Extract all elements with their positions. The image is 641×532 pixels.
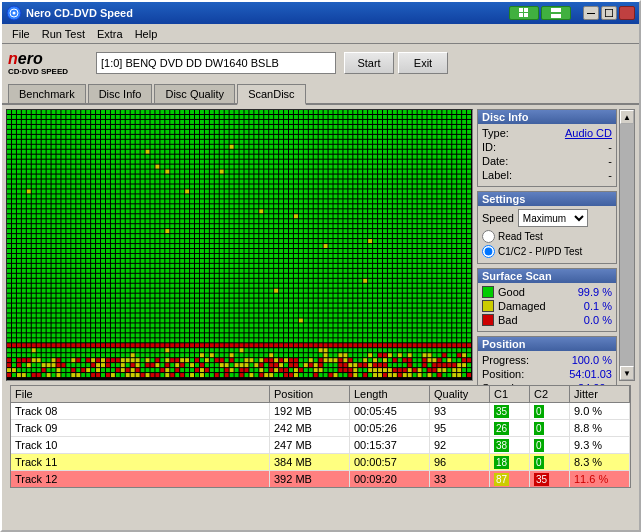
maximize-btn[interactable] bbox=[601, 6, 617, 20]
scroll-down-arrow[interactable]: ▼ bbox=[620, 366, 634, 380]
cell-c1: 38 bbox=[490, 437, 530, 453]
disc-id-label: ID: bbox=[482, 141, 496, 153]
settings-title: Settings bbox=[478, 192, 616, 206]
cell-length: 00:00:57 bbox=[350, 454, 430, 470]
cell-file: Track 11 bbox=[11, 454, 270, 470]
progress-label: Progress: bbox=[482, 354, 529, 366]
layout-btn[interactable] bbox=[541, 6, 571, 20]
damaged-pct: 0.1 % bbox=[584, 300, 612, 312]
scroll-track[interactable] bbox=[620, 124, 634, 366]
col-quality: Quality bbox=[430, 386, 490, 402]
scroll-up-arrow[interactable]: ▲ bbox=[620, 110, 634, 124]
disc-date-label: Date: bbox=[482, 155, 508, 167]
cell-position: 192 MB bbox=[270, 403, 350, 419]
start-button[interactable]: Start bbox=[344, 52, 394, 74]
cell-position: 384 MB bbox=[270, 454, 350, 470]
damaged-label: Damaged bbox=[498, 300, 546, 312]
tab-discinfo[interactable]: Disc Info bbox=[88, 84, 153, 103]
progress-value: 100.0 % bbox=[572, 354, 612, 366]
disc-label-row: Label: - bbox=[482, 169, 612, 181]
disc-type-row: Type: Audio CD bbox=[482, 127, 612, 139]
cell-file: Track 09 bbox=[11, 420, 270, 436]
exit-button[interactable]: Exit bbox=[398, 52, 448, 74]
speed-select[interactable]: Maximum bbox=[518, 209, 588, 227]
menu-runtest[interactable]: Run Test bbox=[36, 26, 91, 42]
col-jitter: Jitter bbox=[570, 386, 630, 402]
disc-info-title: Disc Info bbox=[478, 110, 616, 124]
cell-file: Track 08 bbox=[11, 403, 270, 419]
menu-help[interactable]: Help bbox=[129, 26, 164, 42]
cell-jitter: 8.8 % bbox=[570, 420, 630, 436]
cell-c2: 35 bbox=[530, 471, 570, 487]
menu-extra[interactable]: Extra bbox=[91, 26, 129, 42]
cell-jitter: 9.0 % bbox=[570, 403, 630, 419]
table-row[interactable]: Track 12 392 MB 00:09:20 33 87 35 11.6 % bbox=[11, 471, 630, 487]
logo-subtitle: CD·DVD SPEED bbox=[8, 67, 68, 76]
c1c2-radio[interactable] bbox=[482, 245, 495, 258]
cell-jitter: 8.3 % bbox=[570, 454, 630, 470]
bad-pct: 0.0 % bbox=[584, 314, 612, 326]
logo-nero: nero bbox=[8, 50, 43, 68]
table-row[interactable]: Track 10 247 MB 00:15:37 92 38 0 9.3 % bbox=[11, 437, 630, 454]
disc-type-label: Type: bbox=[482, 127, 509, 139]
c1c2-row[interactable]: C1/C2 - PI/PD Test bbox=[482, 245, 612, 258]
drive-select[interactable]: [1:0] BENQ DVD DD DW1640 BSLB bbox=[96, 52, 336, 74]
position-value: 54:01.03 bbox=[569, 368, 612, 380]
read-test-row[interactable]: Read Test bbox=[482, 230, 612, 243]
settings-content: Speed Maximum Read Test C1/C2 - PI/PD Te… bbox=[478, 206, 616, 263]
col-position: Position bbox=[270, 386, 350, 402]
drive-select-wrapper[interactable]: [1:0] BENQ DVD DD DW1640 BSLB bbox=[96, 52, 336, 74]
svg-rect-6 bbox=[524, 13, 528, 17]
svg-rect-3 bbox=[519, 8, 523, 12]
disc-info-content: Type: Audio CD ID: - Date: - bbox=[478, 124, 616, 186]
disc-id-value: - bbox=[608, 141, 612, 153]
header-buttons: Start Exit bbox=[344, 52, 448, 74]
cell-position: 247 MB bbox=[270, 437, 350, 453]
surface-scan-title: Surface Scan bbox=[478, 269, 616, 283]
disc-label-value: - bbox=[608, 169, 612, 181]
col-c1: C1 bbox=[490, 386, 530, 402]
cell-length: 00:05:26 bbox=[350, 420, 430, 436]
svg-rect-8 bbox=[551, 14, 561, 18]
cell-position: 242 MB bbox=[270, 420, 350, 436]
cell-c2: 0 bbox=[530, 454, 570, 470]
close-btn[interactable] bbox=[619, 6, 635, 20]
table-row[interactable]: Track 08 192 MB 00:05:45 93 35 0 9.0 % bbox=[11, 403, 630, 420]
read-test-radio[interactable] bbox=[482, 230, 495, 243]
table-row[interactable]: Track 11 384 MB 00:00:57 96 18 0 8.3 % bbox=[11, 454, 630, 471]
tab-benchmark[interactable]: Benchmark bbox=[8, 84, 86, 103]
tilewindow-btn[interactable] bbox=[509, 6, 539, 20]
position-label: Position: bbox=[482, 368, 524, 380]
c1c2-label: C1/C2 - PI/PD Test bbox=[498, 246, 582, 257]
cell-quality: 33 bbox=[430, 471, 490, 487]
col-c2: C2 bbox=[530, 386, 570, 402]
bad-label: Bad bbox=[498, 314, 518, 326]
cell-c1: 87 bbox=[490, 471, 530, 487]
disc-type-value: Audio CD bbox=[565, 127, 612, 139]
menu-file[interactable]: File bbox=[6, 26, 36, 42]
speed-row: Speed Maximum bbox=[482, 209, 612, 227]
scan-area bbox=[6, 109, 473, 381]
table-body: Track 08 192 MB 00:05:45 93 35 0 9.0 % T… bbox=[11, 403, 630, 487]
bad-row: Bad 0.0 % bbox=[482, 314, 612, 326]
surface-scan-panel: Surface Scan Good 99.9 % Damaged 0.1 % bbox=[477, 268, 617, 332]
tab-scandisc[interactable]: ScanDisc bbox=[237, 84, 305, 105]
svg-rect-4 bbox=[524, 8, 528, 12]
scrollbar[interactable]: ▲ ▼ bbox=[619, 109, 635, 381]
tab-discquality[interactable]: Disc Quality bbox=[154, 84, 235, 103]
cell-c2: 0 bbox=[530, 403, 570, 419]
header-area: nero CD·DVD SPEED [1:0] BENQ DVD DD DW16… bbox=[2, 44, 639, 82]
settings-panel: Settings Speed Maximum Read Test bbox=[477, 191, 617, 264]
progress-row: Progress: 100.0 % bbox=[482, 354, 612, 366]
title-bar: Nero CD-DVD Speed bbox=[2, 2, 639, 24]
main-content: Disc Info Type: Audio CD ID: - D bbox=[2, 105, 639, 385]
cell-quality: 92 bbox=[430, 437, 490, 453]
disc-info-panel: Disc Info Type: Audio CD ID: - D bbox=[477, 109, 617, 187]
speed-label: Speed bbox=[482, 212, 514, 224]
minimize-btn[interactable] bbox=[583, 6, 599, 20]
disc-date-row: Date: - bbox=[482, 155, 612, 167]
svg-rect-7 bbox=[551, 8, 561, 12]
nero-logo: nero CD·DVD SPEED bbox=[8, 50, 88, 77]
table-row[interactable]: Track 09 242 MB 00:05:26 95 26 0 8.8 % bbox=[11, 420, 630, 437]
cell-c2: 0 bbox=[530, 437, 570, 453]
